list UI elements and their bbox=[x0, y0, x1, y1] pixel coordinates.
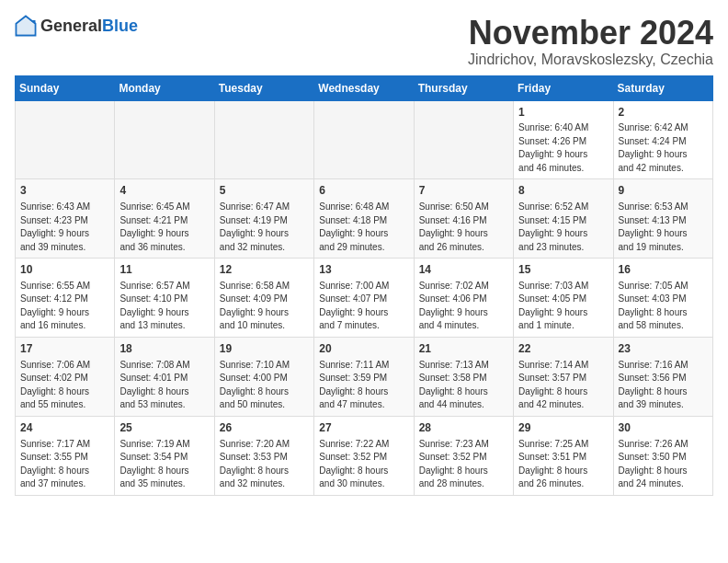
day-number: 28 bbox=[419, 420, 508, 436]
day-number: 27 bbox=[319, 420, 408, 436]
day-info: Sunrise: 7:03 AM Sunset: 4:05 PM Dayligh… bbox=[518, 280, 608, 333]
calendar-table: SundayMondayTuesdayWednesdayThursdayFrid… bbox=[15, 75, 713, 496]
calendar-week-row: 17Sunrise: 7:06 AM Sunset: 4:02 PM Dayli… bbox=[16, 337, 713, 416]
calendar-cell: 1Sunrise: 6:40 AM Sunset: 4:26 PM Daylig… bbox=[514, 100, 613, 179]
header: GeneralBlue November 2024 Jindrichov, Mo… bbox=[15, 15, 713, 68]
generalblue-logo-icon bbox=[15, 15, 37, 37]
day-info: Sunrise: 7:05 AM Sunset: 4:03 PM Dayligh… bbox=[619, 280, 708, 333]
logo: GeneralBlue bbox=[15, 15, 138, 37]
day-info: Sunrise: 7:00 AM Sunset: 4:07 PM Dayligh… bbox=[319, 280, 408, 333]
day-info: Sunrise: 7:22 AM Sunset: 3:52 PM Dayligh… bbox=[319, 438, 408, 491]
calendar-header-row: SundayMondayTuesdayWednesdayThursdayFrid… bbox=[16, 75, 713, 100]
day-number: 16 bbox=[619, 262, 708, 278]
calendar-cell bbox=[314, 100, 414, 179]
calendar-cell: 18Sunrise: 7:08 AM Sunset: 4:01 PM Dayli… bbox=[115, 337, 214, 416]
day-info: Sunrise: 7:02 AM Sunset: 4:06 PM Dayligh… bbox=[419, 280, 508, 333]
day-info: Sunrise: 6:50 AM Sunset: 4:16 PM Dayligh… bbox=[419, 201, 508, 254]
calendar-cell bbox=[115, 100, 214, 179]
calendar-cell: 30Sunrise: 7:26 AM Sunset: 3:50 PM Dayli… bbox=[613, 416, 712, 495]
day-info: Sunrise: 6:40 AM Sunset: 4:26 PM Dayligh… bbox=[518, 121, 608, 175]
calendar-week-row: 1Sunrise: 6:40 AM Sunset: 4:26 PM Daylig… bbox=[16, 100, 713, 179]
calendar-cell: 20Sunrise: 7:11 AM Sunset: 3:59 PM Dayli… bbox=[314, 337, 414, 416]
calendar-cell: 4Sunrise: 6:45 AM Sunset: 4:21 PM Daylig… bbox=[115, 179, 214, 259]
day-header-thursday: Thursday bbox=[414, 75, 513, 100]
day-number: 20 bbox=[319, 341, 408, 357]
day-info: Sunrise: 6:45 AM Sunset: 4:21 PM Dayligh… bbox=[119, 201, 209, 254]
calendar-week-row: 24Sunrise: 7:17 AM Sunset: 3:55 PM Dayli… bbox=[16, 416, 713, 495]
day-info: Sunrise: 6:47 AM Sunset: 4:19 PM Dayligh… bbox=[220, 201, 309, 254]
calendar-cell: 17Sunrise: 7:06 AM Sunset: 4:02 PM Dayli… bbox=[16, 337, 115, 416]
day-info: Sunrise: 6:58 AM Sunset: 4:09 PM Dayligh… bbox=[220, 280, 309, 333]
day-number: 24 bbox=[20, 420, 109, 436]
day-info: Sunrise: 7:16 AM Sunset: 3:56 PM Dayligh… bbox=[619, 359, 708, 412]
month-title: November 2024 bbox=[468, 15, 713, 52]
calendar-cell: 5Sunrise: 6:47 AM Sunset: 4:19 PM Daylig… bbox=[214, 179, 313, 259]
calendar-cell: 16Sunrise: 7:05 AM Sunset: 4:03 PM Dayli… bbox=[613, 259, 712, 338]
calendar-cell: 29Sunrise: 7:25 AM Sunset: 3:51 PM Dayli… bbox=[514, 416, 613, 495]
calendar-cell: 13Sunrise: 7:00 AM Sunset: 4:07 PM Dayli… bbox=[314, 259, 414, 338]
title-area: November 2024 Jindrichov, Moravskoslezsk… bbox=[468, 15, 713, 68]
day-number: 9 bbox=[619, 183, 708, 199]
day-info: Sunrise: 7:08 AM Sunset: 4:01 PM Dayligh… bbox=[119, 359, 209, 412]
calendar-cell: 28Sunrise: 7:23 AM Sunset: 3:52 PM Dayli… bbox=[414, 416, 513, 495]
calendar-cell: 10Sunrise: 6:55 AM Sunset: 4:12 PM Dayli… bbox=[16, 259, 115, 338]
day-number: 26 bbox=[220, 420, 309, 436]
day-info: Sunrise: 7:14 AM Sunset: 3:57 PM Dayligh… bbox=[518, 359, 608, 412]
day-info: Sunrise: 7:11 AM Sunset: 3:59 PM Dayligh… bbox=[319, 359, 408, 412]
calendar-cell: 21Sunrise: 7:13 AM Sunset: 3:58 PM Dayli… bbox=[414, 337, 513, 416]
location-subtitle: Jindrichov, Moravskoslezsky, Czechia bbox=[468, 52, 713, 68]
calendar-cell bbox=[414, 100, 513, 179]
day-number: 30 bbox=[619, 420, 708, 436]
day-number: 6 bbox=[319, 183, 408, 199]
day-number: 18 bbox=[119, 341, 209, 357]
day-info: Sunrise: 7:19 AM Sunset: 3:54 PM Dayligh… bbox=[119, 438, 209, 491]
day-info: Sunrise: 6:48 AM Sunset: 4:18 PM Dayligh… bbox=[319, 201, 408, 254]
calendar-week-row: 10Sunrise: 6:55 AM Sunset: 4:12 PM Dayli… bbox=[16, 259, 713, 338]
calendar-cell: 23Sunrise: 7:16 AM Sunset: 3:56 PM Dayli… bbox=[613, 337, 712, 416]
day-number: 7 bbox=[419, 183, 508, 199]
calendar-cell: 7Sunrise: 6:50 AM Sunset: 4:16 PM Daylig… bbox=[414, 179, 513, 259]
day-info: Sunrise: 6:55 AM Sunset: 4:12 PM Dayligh… bbox=[20, 280, 109, 333]
day-header-sunday: Sunday bbox=[16, 75, 115, 100]
day-header-wednesday: Wednesday bbox=[314, 75, 414, 100]
day-number: 14 bbox=[419, 262, 508, 278]
calendar-cell: 25Sunrise: 7:19 AM Sunset: 3:54 PM Dayli… bbox=[115, 416, 214, 495]
day-number: 22 bbox=[518, 341, 608, 357]
calendar-cell: 9Sunrise: 6:53 AM Sunset: 4:13 PM Daylig… bbox=[613, 179, 712, 259]
day-number: 4 bbox=[119, 183, 209, 199]
day-number: 29 bbox=[518, 420, 608, 436]
day-info: Sunrise: 6:52 AM Sunset: 4:15 PM Dayligh… bbox=[518, 201, 608, 254]
day-number: 19 bbox=[220, 341, 309, 357]
day-info: Sunrise: 7:10 AM Sunset: 4:00 PM Dayligh… bbox=[220, 359, 309, 412]
day-info: Sunrise: 7:06 AM Sunset: 4:02 PM Dayligh… bbox=[20, 359, 109, 412]
day-info: Sunrise: 7:13 AM Sunset: 3:58 PM Dayligh… bbox=[419, 359, 508, 412]
calendar-cell: 12Sunrise: 6:58 AM Sunset: 4:09 PM Dayli… bbox=[214, 259, 313, 338]
day-info: Sunrise: 6:43 AM Sunset: 4:23 PM Dayligh… bbox=[20, 201, 109, 254]
day-number: 5 bbox=[220, 183, 309, 199]
day-header-monday: Monday bbox=[115, 75, 214, 100]
calendar-week-row: 3Sunrise: 6:43 AM Sunset: 4:23 PM Daylig… bbox=[16, 179, 713, 259]
calendar-cell: 6Sunrise: 6:48 AM Sunset: 4:18 PM Daylig… bbox=[314, 179, 414, 259]
day-number: 13 bbox=[319, 262, 408, 278]
calendar-cell: 26Sunrise: 7:20 AM Sunset: 3:53 PM Dayli… bbox=[214, 416, 313, 495]
calendar-cell: 2Sunrise: 6:42 AM Sunset: 4:24 PM Daylig… bbox=[613, 100, 712, 179]
calendar-cell: 11Sunrise: 6:57 AM Sunset: 4:10 PM Dayli… bbox=[115, 259, 214, 338]
calendar-cell: 14Sunrise: 7:02 AM Sunset: 4:06 PM Dayli… bbox=[414, 259, 513, 338]
day-number: 10 bbox=[20, 262, 109, 278]
day-info: Sunrise: 7:26 AM Sunset: 3:50 PM Dayligh… bbox=[619, 438, 708, 491]
day-number: 23 bbox=[619, 341, 708, 357]
day-info: Sunrise: 7:17 AM Sunset: 3:55 PM Dayligh… bbox=[20, 438, 109, 491]
day-number: 8 bbox=[518, 183, 608, 199]
calendar-cell: 19Sunrise: 7:10 AM Sunset: 4:00 PM Dayli… bbox=[214, 337, 313, 416]
day-number: 15 bbox=[518, 262, 608, 278]
day-header-saturday: Saturday bbox=[613, 75, 712, 100]
day-info: Sunrise: 6:42 AM Sunset: 4:24 PM Dayligh… bbox=[619, 121, 708, 175]
day-info: Sunrise: 7:20 AM Sunset: 3:53 PM Dayligh… bbox=[220, 438, 309, 491]
calendar-cell: 3Sunrise: 6:43 AM Sunset: 4:23 PM Daylig… bbox=[16, 179, 115, 259]
calendar-cell: 22Sunrise: 7:14 AM Sunset: 3:57 PM Dayli… bbox=[514, 337, 613, 416]
calendar-cell: 24Sunrise: 7:17 AM Sunset: 3:55 PM Dayli… bbox=[16, 416, 115, 495]
calendar-cell: 8Sunrise: 6:52 AM Sunset: 4:15 PM Daylig… bbox=[514, 179, 613, 259]
calendar-cell: 27Sunrise: 7:22 AM Sunset: 3:52 PM Dayli… bbox=[314, 416, 414, 495]
day-info: Sunrise: 6:53 AM Sunset: 4:13 PM Dayligh… bbox=[619, 201, 708, 254]
day-number: 1 bbox=[518, 105, 608, 121]
